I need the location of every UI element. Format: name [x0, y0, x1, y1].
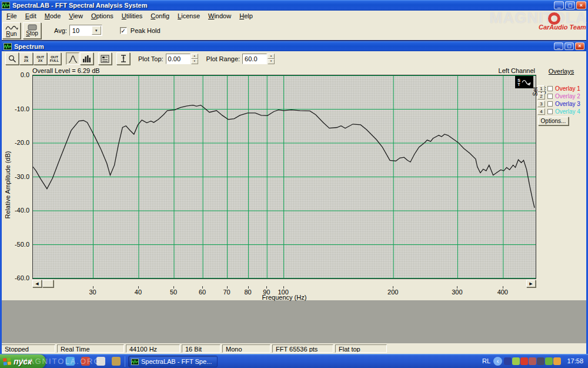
bar-plot-button[interactable]: [80, 52, 93, 65]
overlay-rows: 1Overlay 12Overlay 23Overlay 34Overlay 4: [536, 85, 586, 115]
run-button-label: Run: [6, 31, 16, 37]
zoom-in-2x-button[interactable]: IN 2X: [19, 52, 33, 65]
language-indicator[interactable]: RL: [482, 357, 490, 364]
zoom-full-label2: FULL: [50, 59, 59, 62]
plot-top-spin-up[interactable]: ▲: [191, 54, 198, 59]
status-cell-3: 44100 Hz: [126, 344, 180, 353]
spectrum-plot-canvas[interactable]: [32, 75, 536, 279]
tray-icon-3[interactable]: [520, 357, 528, 365]
scroll-thumb[interactable]: [42, 280, 54, 287]
restore-button[interactable]: ◻: [565, 1, 575, 9]
dropdown-arrow-icon[interactable]: ▼: [92, 26, 101, 35]
x-tick-mark-100: [283, 286, 284, 289]
plot-range-input[interactable]: 60.0: [242, 54, 267, 64]
tray-icon-2[interactable]: [512, 357, 520, 365]
magnifier-icon: [8, 55, 16, 63]
display-options-button[interactable]: [98, 52, 112, 65]
plot-top-spin-down[interactable]: ▼: [191, 59, 198, 64]
close-button[interactable]: ×: [576, 1, 586, 9]
overlays-options-button[interactable]: Options...: [538, 117, 569, 125]
quick-launch-icon-1[interactable]: [66, 357, 75, 366]
taskbar-task-spectralab[interactable]: SpectraLAB - FFT Spe...: [128, 356, 218, 367]
avg-value: 10: [70, 27, 92, 34]
run-button[interactable]: Run: [2, 22, 21, 39]
menu-item-file[interactable]: File: [2, 12, 21, 20]
status-cell-2: Real Time: [57, 344, 124, 353]
menu-item-utilities[interactable]: Utilities: [118, 12, 146, 20]
avg-dropdown[interactable]: 10 ▼: [69, 25, 102, 36]
x-tick-mark-40: [138, 286, 139, 289]
tray-icon-4[interactable]: [529, 357, 536, 365]
menu-item-mode[interactable]: Mode: [41, 12, 65, 20]
tray-icon-1[interactable]: [504, 357, 512, 365]
spectrum-icon: [4, 43, 12, 50]
plot-range-label: Plot Range:: [206, 55, 240, 62]
menu-item-config[interactable]: Config: [146, 12, 173, 20]
spectrum-close-button[interactable]: ×: [575, 42, 584, 50]
quick-launch-icon-4[interactable]: [112, 357, 121, 366]
status-cell-7: Flat top: [335, 344, 387, 353]
zoom-in-label2: 2X: [24, 59, 28, 62]
menu-item-help[interactable]: Help: [235, 12, 257, 20]
spectrum-window-title: Spectrum: [14, 43, 44, 50]
main-title-bar: SpectraLAB - FFT Spectral Analysis Syste…: [0, 0, 588, 11]
plot-range-spin-down[interactable]: ▼: [268, 59, 275, 64]
marker-button[interactable]: [116, 52, 130, 65]
zoom-out-2x-button[interactable]: OUT 2X: [34, 52, 47, 65]
window-border-left: [0, 11, 2, 354]
y-axis-title: Relative Amplitude (dB): [4, 151, 11, 219]
menu-item-options[interactable]: Options: [87, 12, 118, 20]
overlay-set-button-4[interactable]: 4: [537, 108, 545, 115]
minimize-button[interactable]: _: [554, 1, 564, 9]
peak-hold-checkbox[interactable]: ✓: [120, 27, 127, 34]
avg-label: Avg:: [54, 27, 67, 34]
taskbar-separator: [125, 356, 125, 367]
tray-hide-chevron-icon[interactable]: ‹: [493, 357, 502, 366]
menu-item-window[interactable]: Window: [204, 12, 235, 20]
plot-range-spin-up[interactable]: ▲: [268, 54, 275, 59]
scroll-right-button[interactable]: ▶: [526, 280, 536, 287]
task-icon: [131, 359, 139, 365]
overlay-set-button-3[interactable]: 3: [537, 101, 545, 107]
y-tick-label-0: 0.0: [2, 71, 29, 78]
overlay-on-checkbox-2[interactable]: [547, 94, 553, 99]
spectrum-minimize-button[interactable]: _: [554, 42, 563, 50]
tray-icon-5[interactable]: [537, 357, 544, 365]
menu-item-edit[interactable]: Edit: [21, 12, 41, 20]
menu-item-license[interactable]: License: [173, 12, 204, 20]
spectrum-maximize-button[interactable]: ◻: [564, 42, 574, 50]
quick-launch-icon-3[interactable]: [96, 357, 105, 366]
x-tick-mark-80: [248, 286, 249, 289]
overlay-set-button-2[interactable]: 2: [537, 93, 545, 100]
stop-button[interactable]: Stop: [23, 22, 41, 39]
plot-top-input[interactable]: 0.00: [166, 54, 191, 64]
overlays-header: Overlays: [536, 68, 586, 75]
zoom-cursor-button[interactable]: [5, 52, 19, 65]
main-toolbar: Run Stop Avg: 10 ▼ ✓ Peak Hold: [0, 21, 588, 40]
y-tick-label--50: -50.0: [2, 241, 29, 248]
menu-item-view[interactable]: View: [65, 12, 87, 20]
scroll-left-button[interactable]: ◀: [32, 280, 42, 287]
line-plot-button[interactable]: [66, 52, 79, 65]
menu-bar: FileEditModeViewOptionsUtilitiesConfigLi…: [0, 11, 588, 21]
spectrum-content: Overall Level = 6.29 dB Left Channel S T…: [2, 66, 586, 300]
line-plot-icon: [68, 55, 78, 63]
zoom-out-full-button[interactable]: OUT FULL: [48, 52, 61, 65]
mdi-area: Spectrum _ ◻ × IN 2X OUT 2X: [0, 40, 588, 343]
overlay-row-2: 2Overlay 2: [536, 92, 586, 100]
tray-icon-7[interactable]: [553, 357, 561, 365]
x-tick-mark-70: [227, 286, 228, 289]
overlay-on-checkbox-1[interactable]: [547, 86, 553, 91]
tray-icon-6[interactable]: [545, 357, 553, 365]
overlay-on-checkbox-3[interactable]: [547, 101, 553, 107]
plot-top-label: Plot Top:: [138, 55, 163, 62]
overlay-on-checkbox-4[interactable]: [547, 109, 553, 114]
overlay-label-4: Overlay 4: [555, 108, 580, 115]
spectrum-toolbar: IN 2X OUT 2X OUT FULL: [2, 51, 586, 66]
y-tick-label--60: -60.0: [2, 274, 29, 281]
x-tick-mark-60: [202, 286, 203, 289]
quick-launch-icon-2[interactable]: [81, 357, 90, 366]
overlay-row-3: 3Overlay 3: [536, 100, 586, 108]
overlay-set-button-1[interactable]: 1: [537, 85, 545, 92]
start-button[interactable]: пуск: [0, 354, 46, 368]
